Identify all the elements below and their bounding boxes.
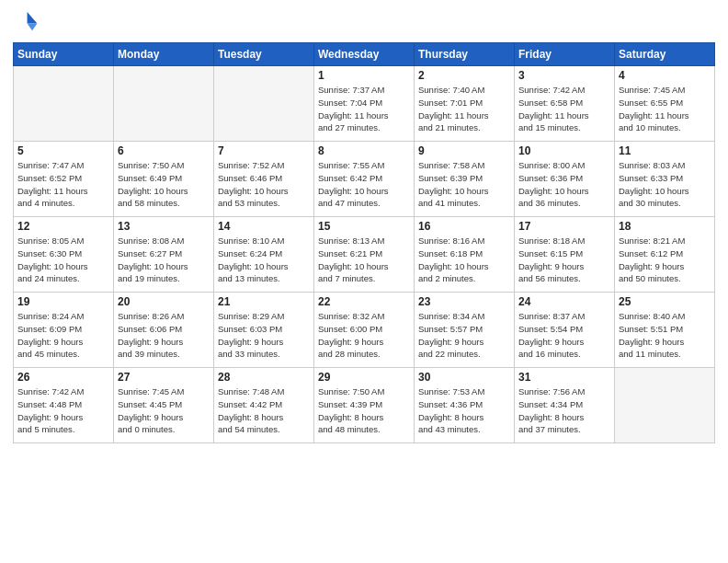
day-number: 16	[418, 220, 510, 233]
day-number: 5	[17, 144, 109, 157]
day-info: Sunrise: 7:45 AM Sunset: 4:45 PM Dayligh…	[118, 385, 210, 436]
day-info: Sunrise: 8:05 AM Sunset: 6:30 PM Dayligh…	[17, 235, 109, 285]
day-cell: 26Sunrise: 7:42 AM Sunset: 4:48 PM Dayli…	[14, 368, 114, 443]
svg-marker-1	[28, 24, 38, 31]
day-number: 11	[619, 144, 711, 157]
day-number: 15	[318, 220, 410, 233]
day-info: Sunrise: 8:34 AM Sunset: 5:57 PM Dayligh…	[418, 310, 510, 361]
day-cell: 9Sunrise: 7:58 AM Sunset: 6:39 PM Daylig…	[415, 142, 515, 217]
day-info: Sunrise: 8:29 AM Sunset: 6:03 PM Dayligh…	[218, 310, 310, 361]
day-cell: 20Sunrise: 8:26 AM Sunset: 6:06 PM Dayli…	[114, 293, 214, 368]
day-cell: 24Sunrise: 8:37 AM Sunset: 5:54 PM Dayli…	[515, 293, 615, 368]
day-info: Sunrise: 8:08 AM Sunset: 6:27 PM Dayligh…	[118, 235, 210, 285]
day-info: Sunrise: 7:50 AM Sunset: 4:39 PM Dayligh…	[318, 385, 410, 436]
week-row-5: 26Sunrise: 7:42 AM Sunset: 4:48 PM Dayli…	[14, 368, 715, 443]
day-number: 2	[418, 69, 510, 82]
day-info: Sunrise: 8:18 AM Sunset: 6:15 PM Dayligh…	[518, 235, 610, 285]
day-number: 4	[619, 69, 711, 82]
day-info: Sunrise: 7:37 AM Sunset: 7:04 PM Dayligh…	[318, 84, 410, 134]
day-cell: 13Sunrise: 8:08 AM Sunset: 6:27 PM Dayli…	[114, 217, 214, 293]
weekday-header-row: SundayMondayTuesdayWednesdayThursdayFrid…	[14, 43, 715, 66]
weekday-header-sunday: Sunday	[14, 43, 114, 66]
day-number: 1	[318, 69, 410, 82]
day-info: Sunrise: 7:40 AM Sunset: 7:01 PM Dayligh…	[418, 84, 510, 134]
day-cell: 25Sunrise: 8:40 AM Sunset: 5:51 PM Dayli…	[615, 293, 715, 368]
day-info: Sunrise: 8:40 AM Sunset: 5:51 PM Dayligh…	[619, 310, 711, 361]
day-number: 24	[518, 295, 610, 308]
day-cell: 21Sunrise: 8:29 AM Sunset: 6:03 PM Dayli…	[214, 293, 314, 368]
day-cell: 7Sunrise: 7:52 AM Sunset: 6:46 PM Daylig…	[214, 142, 314, 217]
weekday-header-thursday: Thursday	[415, 43, 515, 66]
day-info: Sunrise: 7:56 AM Sunset: 4:34 PM Dayligh…	[518, 385, 610, 436]
day-number: 3	[518, 69, 610, 82]
day-info: Sunrise: 8:13 AM Sunset: 6:21 PM Dayligh…	[318, 235, 410, 285]
weekday-header-wednesday: Wednesday	[314, 43, 415, 66]
day-number: 28	[218, 371, 310, 384]
day-number: 20	[118, 295, 210, 308]
day-cell: 17Sunrise: 8:18 AM Sunset: 6:15 PM Dayli…	[515, 217, 615, 293]
day-info: Sunrise: 7:45 AM Sunset: 6:55 PM Dayligh…	[619, 84, 711, 134]
day-number: 6	[118, 144, 210, 157]
day-info: Sunrise: 7:42 AM Sunset: 4:48 PM Dayligh…	[17, 385, 109, 436]
day-number: 29	[318, 371, 410, 384]
day-info: Sunrise: 7:50 AM Sunset: 6:49 PM Dayligh…	[118, 159, 210, 210]
day-number: 23	[418, 295, 510, 308]
day-cell: 29Sunrise: 7:50 AM Sunset: 4:39 PM Dayli…	[314, 368, 415, 443]
day-cell: 23Sunrise: 8:34 AM Sunset: 5:57 PM Dayli…	[415, 293, 515, 368]
day-cell: 14Sunrise: 8:10 AM Sunset: 6:24 PM Dayli…	[214, 217, 314, 293]
day-number: 21	[218, 295, 310, 308]
svg-marker-2	[17, 12, 28, 23]
day-cell: 10Sunrise: 8:00 AM Sunset: 6:36 PM Dayli…	[515, 142, 615, 217]
day-info: Sunrise: 7:53 AM Sunset: 4:36 PM Dayligh…	[418, 385, 510, 436]
day-cell: 12Sunrise: 8:05 AM Sunset: 6:30 PM Dayli…	[14, 217, 114, 293]
day-number: 30	[418, 371, 510, 384]
weekday-header-monday: Monday	[114, 43, 214, 66]
day-cell: 3Sunrise: 7:42 AM Sunset: 6:58 PM Daylig…	[515, 66, 615, 142]
day-info: Sunrise: 8:03 AM Sunset: 6:33 PM Dayligh…	[619, 159, 711, 210]
day-cell: 2Sunrise: 7:40 AM Sunset: 7:01 PM Daylig…	[415, 66, 515, 142]
day-cell: 5Sunrise: 7:47 AM Sunset: 6:52 PM Daylig…	[14, 142, 114, 217]
day-cell: 6Sunrise: 7:50 AM Sunset: 6:49 PM Daylig…	[114, 142, 214, 217]
day-cell: 19Sunrise: 8:24 AM Sunset: 6:09 PM Dayli…	[14, 293, 114, 368]
day-info: Sunrise: 7:58 AM Sunset: 6:39 PM Dayligh…	[418, 159, 510, 210]
weekday-header-tuesday: Tuesday	[214, 43, 314, 66]
day-cell: 18Sunrise: 8:21 AM Sunset: 6:12 PM Dayli…	[615, 217, 715, 293]
day-number: 14	[218, 220, 310, 233]
day-number: 12	[17, 220, 109, 233]
day-info: Sunrise: 7:52 AM Sunset: 6:46 PM Dayligh…	[218, 159, 310, 210]
day-number: 25	[619, 295, 711, 308]
svg-marker-0	[28, 12, 38, 23]
calendar-table: SundayMondayTuesdayWednesdayThursdayFrid…	[13, 42, 715, 443]
day-cell	[114, 66, 214, 142]
day-number: 13	[118, 220, 210, 233]
day-cell: 4Sunrise: 7:45 AM Sunset: 6:55 PM Daylig…	[615, 66, 715, 142]
day-info: Sunrise: 8:21 AM Sunset: 6:12 PM Dayligh…	[619, 235, 711, 285]
day-info: Sunrise: 7:48 AM Sunset: 4:42 PM Dayligh…	[218, 385, 310, 436]
logo-icon	[13, 9, 39, 35]
page-header	[13, 9, 715, 35]
day-info: Sunrise: 8:26 AM Sunset: 6:06 PM Dayligh…	[118, 310, 210, 361]
day-number: 8	[318, 144, 410, 157]
day-info: Sunrise: 7:55 AM Sunset: 6:42 PM Dayligh…	[318, 159, 410, 210]
day-cell: 22Sunrise: 8:32 AM Sunset: 6:00 PM Dayli…	[314, 293, 415, 368]
day-number: 22	[318, 295, 410, 308]
weekday-header-friday: Friday	[515, 43, 615, 66]
day-info: Sunrise: 8:00 AM Sunset: 6:36 PM Dayligh…	[518, 159, 610, 210]
day-number: 31	[518, 371, 610, 384]
day-info: Sunrise: 8:32 AM Sunset: 6:00 PM Dayligh…	[318, 310, 410, 361]
day-number: 9	[418, 144, 510, 157]
day-info: Sunrise: 8:10 AM Sunset: 6:24 PM Dayligh…	[218, 235, 310, 285]
day-info: Sunrise: 7:47 AM Sunset: 6:52 PM Dayligh…	[17, 159, 109, 210]
week-row-3: 12Sunrise: 8:05 AM Sunset: 6:30 PM Dayli…	[14, 217, 715, 293]
day-cell	[214, 66, 314, 142]
weekday-header-saturday: Saturday	[615, 43, 715, 66]
page-container: SundayMondayTuesdayWednesdayThursdayFrid…	[0, 0, 728, 451]
day-cell: 27Sunrise: 7:45 AM Sunset: 4:45 PM Dayli…	[114, 368, 214, 443]
logo	[13, 9, 40, 35]
day-cell: 16Sunrise: 8:16 AM Sunset: 6:18 PM Dayli…	[415, 217, 515, 293]
week-row-2: 5Sunrise: 7:47 AM Sunset: 6:52 PM Daylig…	[14, 142, 715, 217]
day-number: 26	[17, 371, 109, 384]
day-cell: 1Sunrise: 7:37 AM Sunset: 7:04 PM Daylig…	[314, 66, 415, 142]
day-number: 19	[17, 295, 109, 308]
day-cell: 8Sunrise: 7:55 AM Sunset: 6:42 PM Daylig…	[314, 142, 415, 217]
